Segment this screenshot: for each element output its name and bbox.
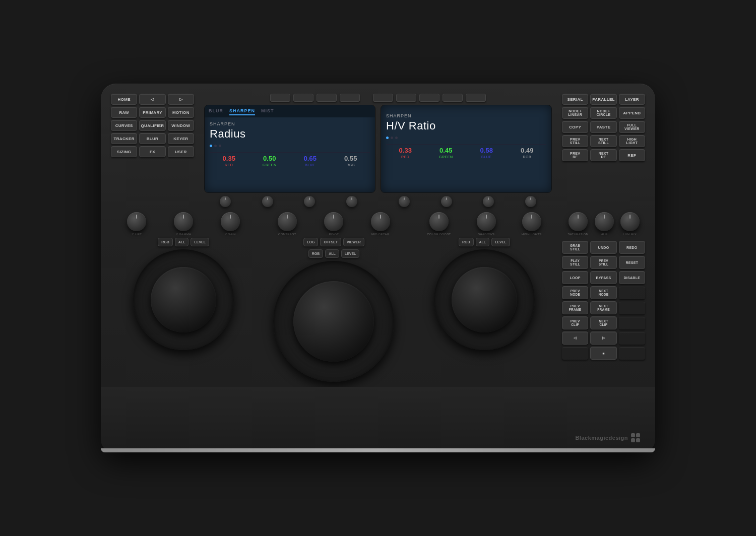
hue-knob[interactable] [595, 212, 614, 231]
right-rgb-button[interactable]: RGB [459, 238, 474, 246]
left-level-button[interactable]: LEVEL [191, 238, 209, 246]
grab-still-button[interactable]: GRABSTILL [562, 241, 588, 254]
loop-button[interactable]: LOOP [562, 271, 588, 284]
prev-rf-button[interactable]: PREVRF [562, 149, 588, 161]
parallel-button[interactable]: PARALLEL [590, 94, 616, 105]
top-btn-1[interactable] [270, 94, 290, 102]
center-rgb-button[interactable]: RGB [308, 249, 324, 258]
play-back-button[interactable]: ◁ [562, 331, 588, 345]
screen-knob-1[interactable] [220, 196, 231, 207]
sizing-button[interactable]: SIZING [111, 146, 137, 157]
reset-button[interactable]: RESET [619, 256, 645, 269]
node-circle-button[interactable]: NODE+CIRCLE [590, 107, 616, 119]
screen-knob-7[interactable] [483, 196, 494, 207]
right-screen-label: SHARPEN [386, 113, 546, 118]
prev-still-ctrl-button[interactable]: PREVSTILL [590, 256, 616, 269]
left-trackball[interactable] [133, 249, 234, 350]
next-still-button[interactable]: NEXTSTILL [590, 135, 616, 147]
log-button[interactable]: LOG [303, 238, 318, 246]
prev-frame-button[interactable]: PREVFRAME [562, 301, 588, 314]
screen-knob-6[interactable] [441, 196, 452, 207]
user-button[interactable]: USER [168, 146, 194, 157]
screen-knob-2[interactable] [262, 196, 273, 207]
node-linear-button[interactable]: NODE+LINEAR [562, 107, 588, 119]
back-button[interactable]: ◁ [139, 94, 165, 105]
top-btn-8[interactable] [443, 94, 463, 102]
center-trackball[interactable] [273, 261, 394, 382]
next-clip-button[interactable]: NEXTCLIP [590, 316, 616, 329]
window-button[interactable]: WINDOW [168, 120, 194, 131]
y-lift-knob[interactable] [127, 212, 146, 231]
right-trackball[interactable] [434, 249, 535, 350]
pivot-knob[interactable] [324, 212, 343, 231]
screen-knob-8[interactable] [525, 196, 536, 207]
placeholder-6 [619, 347, 645, 360]
tracker-button[interactable]: TRACKER [111, 133, 137, 144]
screen-knob-3[interactable] [304, 196, 315, 207]
center-level-button[interactable]: LEVEL [341, 249, 360, 258]
prev-still-button[interactable]: PREVSTILL [562, 135, 588, 147]
next-frame-button[interactable]: NEXTFRAME [590, 301, 616, 314]
forward-button[interactable]: ▷ [168, 94, 194, 105]
prev-still-row: PREVSTILL NEXTSTILL HIGHLIGHT [562, 135, 645, 147]
highlight-button[interactable]: HIGHLIGHT [619, 135, 645, 147]
color-boost-knob[interactable] [429, 212, 449, 231]
bypass-button[interactable]: BYPASS [590, 271, 616, 284]
screen-knob-5[interactable] [399, 196, 410, 207]
offset-button[interactable]: OFFSET [320, 238, 341, 246]
left-rgb-button[interactable]: RGB [158, 238, 173, 246]
copy-button[interactable]: COPY [562, 121, 588, 133]
play-forward-button[interactable]: ▷ [590, 331, 616, 345]
blur-tab[interactable]: BLUR [209, 107, 223, 115]
saturation-knob[interactable] [569, 212, 588, 231]
motion-button[interactable]: MOTION [168, 107, 194, 118]
y-gamma-knob[interactable] [174, 212, 193, 231]
highlights-knob[interactable] [522, 212, 541, 231]
stop-button[interactable]: ■ [590, 347, 616, 360]
fx-button[interactable]: FX [139, 146, 165, 157]
curves-button[interactable]: CURVES [111, 120, 137, 131]
blue-label: BLUE [291, 163, 330, 167]
undo-button[interactable]: UNDO [590, 241, 616, 254]
left-all-button[interactable]: ALL [175, 238, 189, 246]
prev-clip-button[interactable]: PREVCLIP [562, 316, 588, 329]
sharpen-tab[interactable]: SHARPEN [229, 107, 255, 115]
prev-node-button[interactable]: PREVNODE [562, 286, 588, 299]
top-btn-5[interactable] [373, 94, 393, 102]
screen-knob-4[interactable] [346, 196, 357, 207]
mist-tab[interactable]: MIST [261, 107, 274, 115]
next-node-button[interactable]: NEXTNODE [590, 286, 616, 299]
raw-button[interactable]: RAW [111, 107, 137, 118]
redo-button[interactable]: REDO [619, 241, 645, 254]
keyer-button[interactable]: KEYER [168, 133, 194, 144]
top-btn-6[interactable] [396, 94, 416, 102]
shadows-knob[interactable] [477, 212, 496, 231]
ref-button[interactable]: REF [619, 149, 645, 161]
viewer-button[interactable]: VIEWER [343, 238, 364, 246]
play-still-button[interactable]: PLAYSTILL [562, 256, 588, 269]
full-viewer-button[interactable]: FULLVIEWER [619, 121, 645, 133]
qualifier-button[interactable]: QUALIFIER [139, 120, 165, 131]
next-rf-button[interactable]: NEXTRF [590, 149, 616, 161]
serial-button[interactable]: SERIAL [562, 94, 588, 105]
append-button[interactable]: APPEND [619, 107, 645, 119]
right-all-button[interactable]: ALL [476, 238, 490, 246]
top-btn-3[interactable] [317, 94, 337, 102]
center-all-button[interactable]: ALL [325, 249, 339, 258]
disable-button[interactable]: DISABLE [619, 271, 645, 284]
layer-button[interactable]: LAYER [619, 94, 645, 105]
y-gain-knob[interactable] [221, 212, 240, 231]
shadows-knob-wrap: SHADOWS [477, 212, 496, 236]
primary-button[interactable]: PRIMARY [139, 107, 165, 118]
top-btn-7[interactable] [419, 94, 439, 102]
contrast-knob[interactable] [278, 212, 297, 231]
home-button[interactable]: HOME [111, 94, 137, 105]
right-level-button[interactable]: LEVEL [491, 238, 510, 246]
lum-mix-knob[interactable] [620, 212, 640, 231]
top-btn-9[interactable] [466, 94, 486, 102]
blur-button[interactable]: BLUR [139, 133, 165, 144]
top-btn-2[interactable] [293, 94, 313, 102]
top-btn-4[interactable] [340, 94, 360, 102]
mid-detail-knob[interactable] [371, 212, 390, 231]
paste-button[interactable]: PASTE [590, 121, 616, 133]
